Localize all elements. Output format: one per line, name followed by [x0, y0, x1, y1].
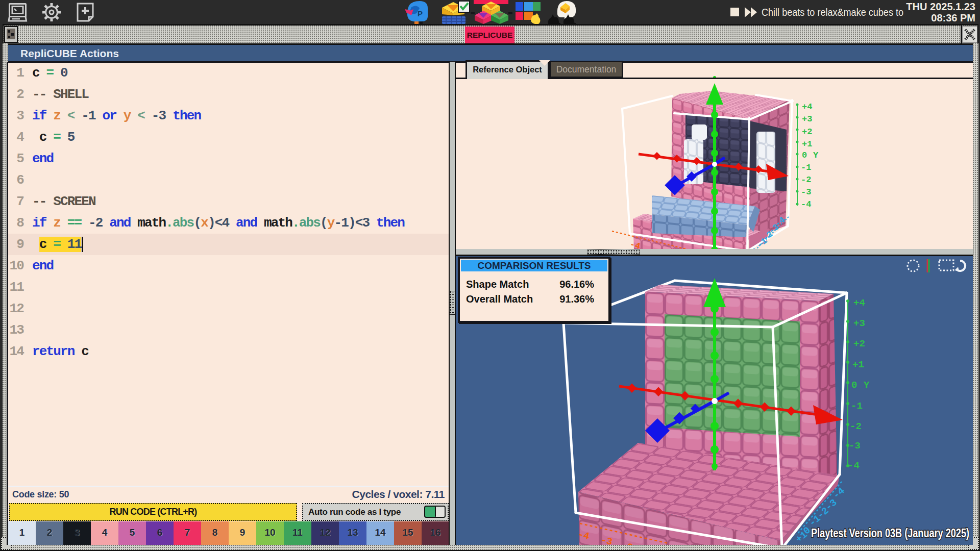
svg-text:P: P — [418, 9, 423, 18]
svg-text:-1: -1 — [851, 400, 863, 412]
svg-text:0: 0 — [802, 151, 807, 160]
svg-text:Chill beats to relax&make cube: Chill beats to relax&make cubes to — [762, 7, 903, 18]
svg-text:+1: +1 — [852, 359, 864, 370]
svg-text:-3: -3 — [849, 440, 861, 452]
svg-text:0: 0 — [851, 380, 857, 391]
svg-text:+1: +1 — [802, 139, 812, 149]
svg-text:Playtest Version 03B (January: Playtest Version 03B (January 2025) — [811, 527, 969, 540]
svg-text:+2: +2 — [802, 127, 812, 137]
svg-text:-4: -4 — [848, 460, 860, 471]
svg-text:+3: +3 — [853, 318, 865, 329]
svg-text:+2: +2 — [853, 338, 865, 349]
svg-text:+3: +3 — [802, 114, 812, 124]
svg-text:Y: Y — [864, 380, 870, 391]
svg-text:-4: -4 — [801, 199, 811, 209]
svg-text:-1: -1 — [801, 163, 811, 172]
svg-text:THU 2025.1.23: THU 2025.1.23 — [906, 1, 975, 12]
svg-text:Y: Y — [813, 151, 819, 160]
svg-text:08:36 PM: 08:36 PM — [931, 12, 975, 23]
svg-text:+4: +4 — [853, 297, 865, 309]
svg-text:-4: -4 — [577, 529, 591, 542]
svg-text:-2: -2 — [801, 175, 811, 185]
svg-text:-3: -3 — [801, 187, 811, 197]
svg-text:+4: +4 — [802, 102, 812, 112]
svg-text:-2: -2 — [850, 421, 862, 432]
